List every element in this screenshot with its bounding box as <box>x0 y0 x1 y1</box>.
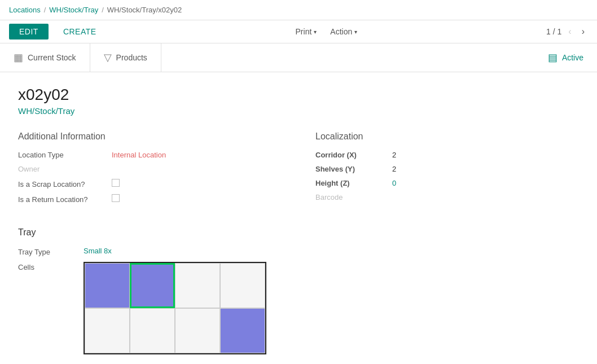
action-label: Action <box>330 27 352 36</box>
tray-section: Tray Tray Type Small 8x Cells <box>18 227 579 354</box>
corridor-value: 2 <box>392 151 396 159</box>
height-label: Height (Z) <box>315 179 383 187</box>
cell-1-2[interactable] <box>175 308 220 353</box>
active-label: Active <box>562 53 583 62</box>
cell-0-2[interactable] <box>175 263 220 308</box>
location-type-value: Internal Location <box>112 151 166 159</box>
current-stock-label: Current Stock <box>28 53 76 62</box>
cells-label: Cells <box>18 262 74 271</box>
breadcrumb-current: WH/Stock/Tray/x02y02 <box>107 6 182 14</box>
scrap-label: Is a Scrap Location? <box>18 180 103 188</box>
owner-row: Owner <box>18 165 282 173</box>
cell-1-1[interactable] <box>130 308 175 353</box>
breadcrumb-sep2: / <box>102 6 104 14</box>
create-button[interactable]: CREATE <box>53 24 107 40</box>
height-row: Height (Z) 0 <box>315 179 579 187</box>
print-chevron-icon: ▾ <box>314 29 317 35</box>
shelves-label: Shelves (Y) <box>315 165 383 173</box>
tray-title: Tray <box>18 227 579 238</box>
location-type-row: Location Type Internal Location <box>18 151 282 159</box>
scrap-checkbox[interactable] <box>112 179 120 187</box>
edit-button[interactable]: EDIT <box>9 24 49 40</box>
form-columns: Additional Information Location Type Int… <box>18 131 579 209</box>
cell-1-0[interactable] <box>85 308 130 353</box>
additional-info-title: Additional Information <box>18 131 282 142</box>
return-checkbox[interactable] <box>112 194 120 202</box>
action-chevron-icon: ▾ <box>354 29 357 35</box>
cells-row: Cells <box>18 262 579 354</box>
cell-0-0[interactable] <box>85 263 130 308</box>
height-value: 0 <box>392 179 396 187</box>
main-content: x02y02 WH/Stock/Tray Additional Informat… <box>0 72 597 364</box>
cell-1-3[interactable] <box>220 308 265 353</box>
tray-grid <box>85 263 265 353</box>
action-toolbar: EDIT CREATE Print ▾ Action ▾ 1 / 1 ‹ › <box>0 20 597 43</box>
localization-title: Localization <box>315 131 579 142</box>
products-icon: ▽ <box>104 51 112 64</box>
active-icon: ▤ <box>548 51 558 64</box>
pagination: 1 / 1 ‹ › <box>546 25 588 38</box>
current-stock-button[interactable]: ▦ Current Stock <box>0 43 90 72</box>
breadcrumb-parent[interactable]: WH/Stock/Tray <box>49 6 98 14</box>
corridor-row: Corridor (X) 2 <box>315 151 579 159</box>
return-label: Is a Return Location? <box>18 195 103 204</box>
active-button[interactable]: ▤ Active <box>534 43 597 72</box>
current-stock-icon: ▦ <box>14 51 23 64</box>
products-label: Products <box>116 53 147 62</box>
cell-0-3[interactable] <box>220 263 265 308</box>
tray-type-row: Tray Type Small 8x <box>18 247 579 256</box>
scrap-row: Is a Scrap Location? <box>18 179 282 188</box>
localization-column: Localization Corridor (X) 2 Shelves (Y) … <box>315 131 579 209</box>
breadcrumb-sep1: / <box>44 6 46 14</box>
shelves-value: 2 <box>392 165 396 173</box>
breadcrumb-root[interactable]: Locations <box>9 6 41 14</box>
next-button[interactable]: › <box>578 25 588 38</box>
stat-row: ▦ Current Stock ▽ Products ▤ Active <box>0 43 597 72</box>
record-parent[interactable]: WH/Stock/Tray <box>18 106 579 116</box>
location-type-label: Location Type <box>18 151 103 159</box>
action-dropdown[interactable]: Action ▾ <box>326 25 362 38</box>
products-button[interactable]: ▽ Products <box>90 43 161 72</box>
additional-info-column: Additional Information Location Type Int… <box>18 131 282 209</box>
cell-0-1[interactable] <box>130 263 175 308</box>
barcode-row: Barcode <box>315 193 579 201</box>
tray-type-label: Tray Type <box>18 247 74 256</box>
return-row: Is a Return Location? <box>18 194 282 204</box>
tray-type-value[interactable]: Small 8x <box>84 247 112 255</box>
print-label: Print <box>296 27 312 36</box>
pagination-text: 1 / 1 <box>546 27 561 36</box>
print-dropdown[interactable]: Print ▾ <box>291 25 322 38</box>
barcode-label: Barcode <box>315 193 383 201</box>
prev-button[interactable]: ‹ <box>565 25 574 38</box>
corridor-label: Corridor (X) <box>315 151 383 159</box>
tray-grid-wrapper <box>84 262 266 354</box>
shelves-row: Shelves (Y) 2 <box>315 165 579 173</box>
breadcrumb-bar: Locations / WH/Stock/Tray / WH/Stock/Tra… <box>0 0 597 20</box>
record-name: x02y02 <box>18 86 579 104</box>
owner-label: Owner <box>18 165 103 173</box>
